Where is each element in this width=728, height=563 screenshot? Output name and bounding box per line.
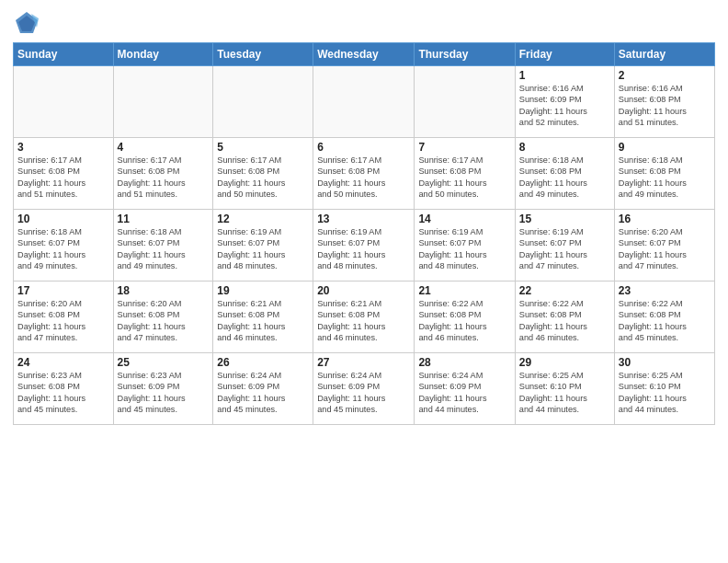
day-cell: 24Sunrise: 6:23 AMSunset: 6:08 PMDayligh… <box>14 353 114 425</box>
day-number: 28 <box>418 356 510 369</box>
day-info: Sunrise: 6:23 AMSunset: 6:08 PMDaylight:… <box>17 370 109 416</box>
day-number: 26 <box>217 356 309 369</box>
day-info: Sunrise: 6:19 AMSunset: 6:07 PMDaylight:… <box>519 226 610 272</box>
day-info: Sunrise: 6:17 AMSunset: 6:08 PMDaylight:… <box>217 155 309 201</box>
day-number: 12 <box>217 213 309 225</box>
day-info: Sunrise: 6:21 AMSunset: 6:08 PMDaylight:… <box>317 298 410 344</box>
day-cell: 29Sunrise: 6:25 AMSunset: 6:10 PMDayligh… <box>515 353 614 425</box>
day-info: Sunrise: 6:22 AMSunset: 6:08 PMDaylight:… <box>619 298 711 344</box>
day-cell: 3Sunrise: 6:17 AMSunset: 6:08 PMDaylight… <box>14 138 114 210</box>
day-number: 27 <box>317 356 410 369</box>
day-cell <box>213 66 313 138</box>
day-number: 13 <box>317 213 410 225</box>
logo <box>13 9 44 37</box>
day-number: 25 <box>118 356 210 369</box>
day-info: Sunrise: 6:24 AMSunset: 6:09 PMDaylight:… <box>217 370 309 416</box>
header-row: SundayMondayTuesdayWednesdayThursdayFrid… <box>14 43 715 66</box>
day-info: Sunrise: 6:17 AMSunset: 6:08 PMDaylight:… <box>17 155 109 201</box>
day-info: Sunrise: 6:20 AMSunset: 6:07 PMDaylight:… <box>619 226 711 272</box>
day-info: Sunrise: 6:16 AMSunset: 6:08 PMDaylight:… <box>619 83 711 129</box>
day-number: 9 <box>619 141 711 154</box>
day-info: Sunrise: 6:25 AMSunset: 6:10 PMDaylight:… <box>619 370 711 416</box>
day-cell: 15Sunrise: 6:19 AMSunset: 6:07 PMDayligh… <box>515 210 614 282</box>
day-cell: 18Sunrise: 6:20 AMSunset: 6:08 PMDayligh… <box>113 282 213 353</box>
day-number: 11 <box>118 213 210 225</box>
col-header-saturday: Saturday <box>614 43 714 66</box>
day-cell: 17Sunrise: 6:20 AMSunset: 6:08 PMDayligh… <box>14 282 114 353</box>
day-cell: 16Sunrise: 6:20 AMSunset: 6:07 PMDayligh… <box>614 210 714 282</box>
day-number: 2 <box>619 69 711 82</box>
day-cell: 12Sunrise: 6:19 AMSunset: 6:07 PMDayligh… <box>213 210 313 282</box>
day-info: Sunrise: 6:20 AMSunset: 6:08 PMDaylight:… <box>118 298 210 344</box>
week-row-4: 17Sunrise: 6:20 AMSunset: 6:08 PMDayligh… <box>14 282 715 353</box>
day-number: 17 <box>17 284 109 297</box>
day-cell: 11Sunrise: 6:18 AMSunset: 6:07 PMDayligh… <box>113 210 213 282</box>
day-cell: 25Sunrise: 6:23 AMSunset: 6:09 PMDayligh… <box>113 353 213 425</box>
day-cell: 7Sunrise: 6:17 AMSunset: 6:08 PMDaylight… <box>415 138 515 210</box>
day-number: 8 <box>519 141 610 154</box>
day-number: 4 <box>118 141 210 154</box>
day-info: Sunrise: 6:23 AMSunset: 6:09 PMDaylight:… <box>118 370 210 416</box>
day-number: 1 <box>519 69 610 82</box>
week-row-3: 10Sunrise: 6:18 AMSunset: 6:07 PMDayligh… <box>14 210 715 282</box>
day-cell: 20Sunrise: 6:21 AMSunset: 6:08 PMDayligh… <box>313 282 415 353</box>
day-info: Sunrise: 6:19 AMSunset: 6:07 PMDaylight:… <box>317 226 410 272</box>
day-cell: 5Sunrise: 6:17 AMSunset: 6:08 PMDaylight… <box>213 138 313 210</box>
day-number: 24 <box>17 356 109 369</box>
page: SundayMondayTuesdayWednesdayThursdayFrid… <box>0 0 728 563</box>
day-cell: 10Sunrise: 6:18 AMSunset: 6:07 PMDayligh… <box>14 210 114 282</box>
logo-icon <box>13 9 40 37</box>
day-cell <box>313 66 415 138</box>
day-cell: 1Sunrise: 6:16 AMSunset: 6:09 PMDaylight… <box>515 66 614 138</box>
day-info: Sunrise: 6:21 AMSunset: 6:08 PMDaylight:… <box>217 298 309 344</box>
day-info: Sunrise: 6:19 AMSunset: 6:07 PMDaylight:… <box>418 226 510 272</box>
day-info: Sunrise: 6:17 AMSunset: 6:08 PMDaylight:… <box>317 155 410 201</box>
day-cell: 9Sunrise: 6:18 AMSunset: 6:08 PMDaylight… <box>614 138 714 210</box>
day-number: 16 <box>619 213 711 225</box>
week-row-1: 1Sunrise: 6:16 AMSunset: 6:09 PMDaylight… <box>14 66 715 138</box>
day-cell: 2Sunrise: 6:16 AMSunset: 6:08 PMDaylight… <box>614 66 714 138</box>
day-number: 5 <box>217 141 309 154</box>
day-cell: 28Sunrise: 6:24 AMSunset: 6:09 PMDayligh… <box>415 353 515 425</box>
col-header-sunday: Sunday <box>14 43 114 66</box>
day-cell <box>113 66 213 138</box>
day-info: Sunrise: 6:25 AMSunset: 6:10 PMDaylight:… <box>519 370 610 416</box>
day-number: 19 <box>217 284 309 297</box>
day-number: 22 <box>519 284 610 297</box>
day-info: Sunrise: 6:18 AMSunset: 6:07 PMDaylight:… <box>118 226 210 272</box>
day-number: 23 <box>619 284 711 297</box>
day-info: Sunrise: 6:17 AMSunset: 6:08 PMDaylight:… <box>418 155 510 201</box>
day-number: 18 <box>118 284 210 297</box>
day-cell: 22Sunrise: 6:22 AMSunset: 6:08 PMDayligh… <box>515 282 614 353</box>
col-header-friday: Friday <box>515 43 614 66</box>
day-cell: 19Sunrise: 6:21 AMSunset: 6:08 PMDayligh… <box>213 282 313 353</box>
col-header-wednesday: Wednesday <box>313 43 415 66</box>
day-cell: 30Sunrise: 6:25 AMSunset: 6:10 PMDayligh… <box>614 353 714 425</box>
day-number: 30 <box>619 356 711 369</box>
day-info: Sunrise: 6:19 AMSunset: 6:07 PMDaylight:… <box>217 226 309 272</box>
day-info: Sunrise: 6:18 AMSunset: 6:08 PMDaylight:… <box>519 155 610 201</box>
day-cell <box>415 66 515 138</box>
col-header-tuesday: Tuesday <box>213 43 313 66</box>
day-cell: 27Sunrise: 6:24 AMSunset: 6:09 PMDayligh… <box>313 353 415 425</box>
day-number: 10 <box>17 213 109 225</box>
col-header-monday: Monday <box>113 43 213 66</box>
day-cell: 4Sunrise: 6:17 AMSunset: 6:08 PMDaylight… <box>113 138 213 210</box>
week-row-2: 3Sunrise: 6:17 AMSunset: 6:08 PMDaylight… <box>14 138 715 210</box>
day-info: Sunrise: 6:18 AMSunset: 6:07 PMDaylight:… <box>17 226 109 272</box>
day-info: Sunrise: 6:18 AMSunset: 6:08 PMDaylight:… <box>619 155 711 201</box>
day-info: Sunrise: 6:22 AMSunset: 6:08 PMDaylight:… <box>519 298 610 344</box>
day-cell: 13Sunrise: 6:19 AMSunset: 6:07 PMDayligh… <box>313 210 415 282</box>
day-cell: 26Sunrise: 6:24 AMSunset: 6:09 PMDayligh… <box>213 353 313 425</box>
day-cell: 6Sunrise: 6:17 AMSunset: 6:08 PMDaylight… <box>313 138 415 210</box>
day-cell: 21Sunrise: 6:22 AMSunset: 6:08 PMDayligh… <box>415 282 515 353</box>
day-info: Sunrise: 6:16 AMSunset: 6:09 PMDaylight:… <box>519 83 610 129</box>
calendar: SundayMondayTuesdayWednesdayThursdayFrid… <box>13 42 715 425</box>
day-cell <box>14 66 114 138</box>
week-row-5: 24Sunrise: 6:23 AMSunset: 6:08 PMDayligh… <box>14 353 715 425</box>
day-number: 7 <box>418 141 510 154</box>
day-number: 21 <box>418 284 510 297</box>
col-header-thursday: Thursday <box>415 43 515 66</box>
day-number: 20 <box>317 284 410 297</box>
day-cell: 14Sunrise: 6:19 AMSunset: 6:07 PMDayligh… <box>415 210 515 282</box>
